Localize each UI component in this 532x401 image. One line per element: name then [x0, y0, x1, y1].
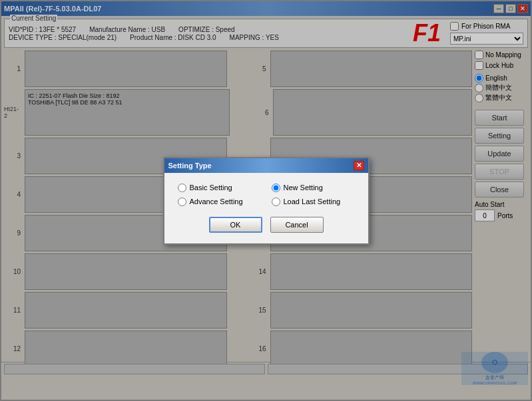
dialog-content: Basic Setting New Setting Advance Settin…: [164, 173, 368, 243]
load-last-setting-label: Load Last Setting: [284, 198, 341, 205]
dialog-overlay: Setting Type ✕ Basic Setting New Setting: [1, 1, 531, 400]
dialog-titlebar: Setting Type ✕: [164, 158, 368, 173]
setting-type-dialog: Setting Type ✕ Basic Setting New Setting: [163, 157, 370, 245]
dialog-ok-button[interactable]: OK: [209, 217, 262, 233]
advance-setting-option: Advance Setting: [178, 198, 261, 206]
dialog-options: Basic Setting New Setting Advance Settin…: [178, 184, 355, 206]
basic-setting-label: Basic Setting: [190, 184, 232, 192]
basic-setting-option: Basic Setting: [178, 184, 261, 192]
dialog-buttons: OK Cancel: [178, 217, 355, 233]
load-last-setting-option: Load Last Setting: [272, 198, 355, 206]
basic-setting-radio[interactable]: [178, 184, 186, 192]
dialog-cancel-button[interactable]: Cancel: [270, 217, 324, 233]
new-setting-radio[interactable]: [272, 184, 280, 192]
advance-setting-label: Advance Setting: [190, 198, 243, 205]
new-setting-option: New Setting: [272, 184, 355, 192]
new-setting-label: New Setting: [284, 184, 323, 192]
load-last-setting-radio[interactable]: [272, 198, 280, 206]
main-window: MPAll (Rel)-7F-5.03.0A-DL07 ─ □ ✕ T:0's …: [0, 0, 532, 401]
dialog-close-button[interactable]: ✕: [354, 161, 364, 170]
dialog-title: Setting Type: [168, 162, 212, 170]
advance-setting-radio[interactable]: [178, 198, 186, 206]
